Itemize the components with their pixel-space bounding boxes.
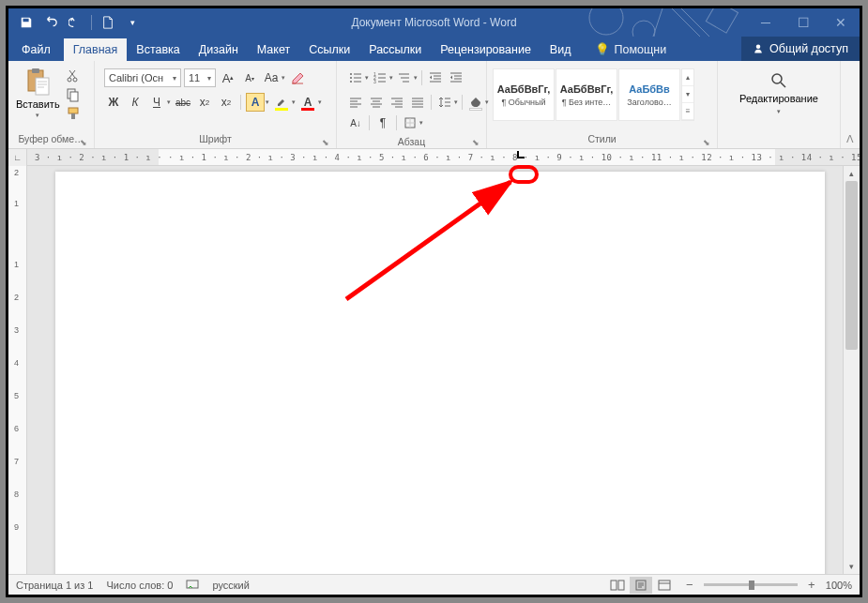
justify-button[interactable]: [408, 93, 427, 112]
editing-button[interactable]: Редактирование ▾: [728, 65, 830, 123]
line-spacing-button[interactable]: [435, 93, 454, 112]
styles-launcher[interactable]: ⬊: [702, 138, 711, 147]
styles-more[interactable]: ▴▾≡: [681, 68, 694, 121]
horizontal-ruler[interactable]: ∟ 3 · ı · 2 · ı · 1 · ı · · ı · 1 · ı · …: [8, 149, 860, 166]
font-name-combo[interactable]: Calibri (Осн▾: [104, 68, 181, 87]
highlight-button[interactable]: [272, 93, 291, 112]
editing-label: Редактирование: [739, 93, 818, 104]
group-styles: АаБбВвГг, ¶ Обычный АаБбВвГг, ¶ Без инте…: [487, 61, 718, 148]
subscript-button[interactable]: x2: [195, 93, 214, 112]
qat-more-button[interactable]: ▾: [122, 12, 143, 33]
style-name: Заголово…: [627, 98, 671, 107]
minimize-button[interactable]: ─: [747, 8, 784, 37]
tab-file[interactable]: Файл: [8, 38, 64, 61]
svg-point-0: [589, 8, 623, 35]
undo-button[interactable]: [40, 12, 61, 33]
tab-mailings[interactable]: Рассылки: [359, 38, 431, 61]
web-layout-button[interactable]: [653, 577, 676, 594]
maximize-button[interactable]: ☐: [784, 8, 822, 37]
font-color-button[interactable]: A: [298, 93, 317, 112]
align-center-button[interactable]: [367, 93, 386, 112]
tab-insert[interactable]: Вставка: [127, 38, 189, 61]
show-marks-button[interactable]: ¶: [373, 113, 392, 132]
vertical-ruler[interactable]: 21 12 34 56 78 9: [8, 166, 27, 574]
spellcheck-icon[interactable]: [186, 578, 199, 593]
svg-rect-25: [659, 580, 670, 590]
title-decoration: [578, 8, 747, 37]
sort-button[interactable]: A↓: [346, 113, 365, 132]
decrease-indent-button[interactable]: [426, 68, 445, 87]
clipboard-label: Буфер обме…⬊: [12, 133, 90, 148]
print-layout-button[interactable]: [630, 577, 652, 594]
clipboard-launcher[interactable]: ⬊: [79, 138, 88, 147]
share-button[interactable]: Общий доступ: [741, 37, 860, 61]
redo-button[interactable]: [65, 12, 85, 33]
multilevel-button[interactable]: [395, 68, 414, 87]
bullets-button[interactable]: [346, 68, 365, 87]
paragraph-launcher[interactable]: ⬊: [471, 138, 480, 147]
svg-text:3: 3: [373, 79, 376, 84]
increase-indent-button[interactable]: [447, 68, 465, 87]
strikethrough-button[interactable]: abc: [174, 93, 192, 112]
tab-review[interactable]: Рецензирование: [431, 38, 541, 61]
tab-view[interactable]: Вид: [541, 38, 581, 61]
paste-button[interactable]: Вставить ▾: [12, 65, 64, 121]
language-indicator[interactable]: русский: [212, 580, 249, 591]
vertical-scrollbar[interactable]: ▴ ▾: [843, 166, 860, 574]
tab-selector[interactable]: ∟: [8, 149, 27, 166]
italic-button[interactable]: К: [126, 93, 145, 112]
shrink-font-button[interactable]: A▾: [240, 68, 259, 87]
style-name: ¶ Без инте…: [562, 98, 612, 107]
align-right-button[interactable]: [388, 93, 406, 112]
svg-line-26: [346, 182, 510, 299]
word-count[interactable]: Число слов: 0: [106, 580, 173, 591]
search-icon: [770, 72, 787, 89]
collapse-ribbon-button[interactable]: ᐱ: [841, 61, 860, 148]
align-left-button[interactable]: [346, 93, 365, 112]
svg-rect-21: [187, 580, 198, 588]
bulb-icon: 💡: [595, 42, 610, 56]
underline-button[interactable]: Ч: [147, 93, 166, 112]
read-mode-button[interactable]: [606, 577, 629, 594]
new-doc-button[interactable]: [98, 12, 118, 33]
tab-references[interactable]: Ссылки: [299, 38, 359, 61]
group-clipboard: Вставить ▾ Буфер обме…⬊: [8, 61, 95, 148]
close-button[interactable]: ✕: [822, 8, 860, 37]
cut-icon[interactable]: [66, 68, 81, 83]
superscript-button[interactable]: x2: [217, 93, 236, 112]
text-effects-button[interactable]: A: [246, 93, 265, 112]
style-preview: АаБбВвГг,: [497, 83, 551, 95]
annotation-arrow: [327, 168, 534, 309]
tab-layout[interactable]: Макет: [248, 38, 299, 61]
change-case-button[interactable]: Aa: [262, 68, 281, 87]
zoom-in-button[interactable]: +: [805, 578, 818, 592]
bold-button[interactable]: Ж: [104, 93, 123, 112]
zoom-out-button[interactable]: −: [683, 578, 696, 592]
style-normal[interactable]: АаБбВвГг, ¶ Обычный: [493, 68, 555, 121]
tab-design[interactable]: Дизайн: [190, 38, 248, 61]
font-size-combo[interactable]: 11▾: [184, 68, 216, 87]
copy-icon[interactable]: [66, 87, 81, 102]
svg-point-14: [350, 77, 352, 79]
format-painter-icon[interactable]: [66, 106, 81, 121]
save-button[interactable]: [16, 12, 37, 33]
tab-home[interactable]: Главная: [64, 38, 128, 61]
style-heading1[interactable]: АаБбВв Заголово…: [618, 68, 680, 121]
tell-me-search[interactable]: 💡 Помощни: [587, 38, 674, 61]
page-indicator[interactable]: Страница 1 из 1: [16, 580, 93, 591]
numbering-button[interactable]: 123: [371, 68, 389, 87]
style-nospacing[interactable]: АаБбВвГг, ¶ Без инте…: [556, 68, 617, 121]
share-label: Общий доступ: [769, 42, 848, 55]
font-launcher[interactable]: ⬊: [321, 138, 330, 147]
zoom-slider[interactable]: [704, 583, 798, 586]
group-editing: Редактирование ▾: [718, 61, 841, 148]
shading-button[interactable]: [466, 93, 485, 112]
svg-point-13: [350, 73, 352, 75]
svg-rect-23: [618, 580, 624, 590]
zoom-level[interactable]: 100%: [826, 580, 852, 591]
clear-format-button[interactable]: [288, 68, 307, 87]
tab-stop-marker[interactable]: [517, 151, 525, 158]
borders-button[interactable]: [401, 113, 419, 132]
grow-font-button[interactable]: A▴: [219, 68, 237, 87]
scrollbar-thumb[interactable]: [845, 181, 858, 350]
